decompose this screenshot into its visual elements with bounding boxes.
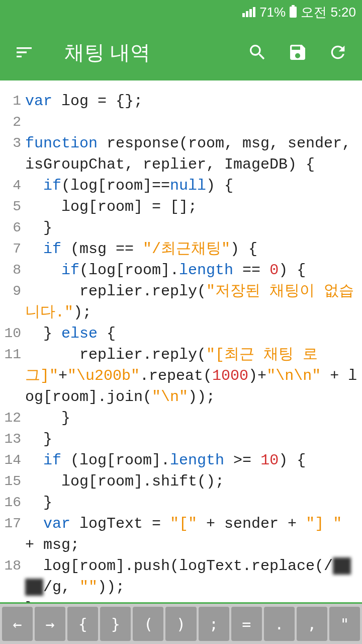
code-line[interactable]: 6 } (4, 217, 358, 238)
code-content[interactable]: } (25, 429, 358, 450)
code-line[interactable]: 17 var logText = "[" + sender + "] " + m… (4, 513, 358, 555)
code-content[interactable] (25, 112, 358, 133)
line-number: 10 (4, 323, 25, 344)
code-line[interactable]: 5 log[room] = []; (4, 196, 358, 217)
line-number: 17 (4, 513, 25, 555)
code-line[interactable]: 10 } else { (4, 323, 358, 344)
status-bar: 71% 오전 5:20 (0, 0, 362, 24)
code-content[interactable]: if(log[room]==null) { (25, 175, 358, 196)
code-line[interactable]: 7 if (msg == "/최근채팅") { (4, 238, 358, 260)
code-content[interactable]: } (25, 598, 358, 604)
line-number: 6 (4, 217, 25, 238)
line-number: 15 (4, 471, 25, 492)
line-number: 16 (4, 492, 25, 513)
code-content[interactable]: } (25, 217, 358, 238)
code-content[interactable]: log[room] = []; (25, 196, 358, 217)
code-content[interactable]: } else { (25, 323, 358, 344)
code-content[interactable]: } (25, 408, 358, 429)
code-line[interactable]: 9 replier.reply("저장된 채팅이 없습니다."); (4, 281, 358, 323)
line-number: 14 (4, 450, 25, 471)
line-number: 11 (4, 344, 25, 408)
code-line[interactable]: 4 if(log[room]==null) { (4, 175, 358, 196)
battery-icon (290, 7, 297, 18)
code-content[interactable]: log[room].shift(); (25, 471, 358, 492)
code-line[interactable]: 18 log[room].push(logText.replace(/●●●●/… (4, 555, 358, 598)
refresh-button[interactable] (326, 40, 350, 64)
line-number: 4 (4, 175, 25, 196)
save-icon (288, 42, 308, 62)
code-content[interactable]: var logText = "[" + sender + "] " + msg; (25, 513, 358, 555)
accessory-key[interactable]: " (329, 607, 360, 641)
accessory-key[interactable]: { (67, 607, 98, 641)
menu-button[interactable] (12, 40, 36, 64)
line-number: 1 (4, 91, 25, 112)
code-content[interactable]: replier.reply("저장된 채팅이 없습니다."); (25, 281, 358, 323)
page-title: 채팅 내역 (64, 39, 229, 66)
search-icon (247, 42, 267, 62)
accessory-key[interactable]: ) (165, 607, 196, 641)
code-content[interactable]: } (25, 492, 358, 513)
line-number: 5 (4, 196, 25, 217)
code-line[interactable]: 2 (4, 112, 358, 133)
code-line[interactable]: 16 } (4, 492, 358, 513)
code-content[interactable]: if (log[room].length >= 10) { (25, 450, 358, 471)
keyboard-accessory-row: ←→{}();=.," (0, 604, 362, 644)
accessory-key[interactable]: ; (199, 607, 229, 641)
accessory-key[interactable]: , (297, 607, 327, 641)
save-button[interactable] (286, 40, 310, 64)
line-number: 19 (4, 598, 25, 604)
refresh-icon (328, 42, 348, 62)
line-number: 9 (4, 281, 25, 323)
accessory-key[interactable]: } (100, 607, 131, 641)
line-number: 7 (4, 238, 25, 260)
line-number: 3 (4, 133, 25, 175)
search-button[interactable] (245, 40, 269, 64)
code-content[interactable]: if (msg == "/최근채팅") { (25, 238, 358, 260)
accessory-key[interactable]: → (35, 607, 65, 641)
code-content[interactable]: var log = {}; (25, 91, 358, 112)
battery-text: 71% (259, 5, 286, 20)
code-line[interactable]: 14 if (log[room].length >= 10) { (4, 450, 358, 471)
code-content[interactable]: function response(room, msg, sender, isG… (25, 133, 358, 175)
accessory-key[interactable]: . (264, 607, 295, 641)
code-line[interactable]: 15 log[room].shift(); (4, 471, 358, 492)
signal-icon (242, 7, 255, 17)
accessory-key[interactable]: = (231, 607, 262, 641)
accessory-key[interactable]: ← (2, 607, 33, 641)
line-number: 8 (4, 260, 25, 281)
code-line[interactable]: 8 if(log[room].length == 0) { (4, 260, 358, 281)
line-number: 2 (4, 112, 25, 133)
code-content[interactable]: if(log[room].length == 0) { (25, 260, 358, 281)
code-line[interactable]: 1var log = {}; (4, 91, 358, 112)
code-editor[interactable]: 1var log = {};23function response(room, … (0, 80, 362, 604)
sort-icon (14, 42, 34, 62)
code-content[interactable]: replier.reply("[최근 채팅 로그]"+"\u200b".repe… (25, 344, 358, 408)
line-number: 13 (4, 429, 25, 450)
line-number: 18 (4, 555, 25, 598)
code-line[interactable]: 3function response(room, msg, sender, is… (4, 133, 358, 175)
clock-text: 오전 5:20 (301, 4, 356, 21)
code-content[interactable]: log[room].push(logText.replace(/●●●●/g, … (25, 555, 358, 598)
accessory-key[interactable]: ( (133, 607, 163, 641)
app-bar: 채팅 내역 (0, 24, 362, 80)
line-number: 12 (4, 408, 25, 429)
code-line[interactable]: 11 replier.reply("[최근 채팅 로그]"+"\u200b".r… (4, 344, 358, 408)
code-line[interactable]: 13 } (4, 429, 358, 450)
code-line[interactable]: 19} (4, 598, 358, 604)
code-line[interactable]: 12 } (4, 408, 358, 429)
